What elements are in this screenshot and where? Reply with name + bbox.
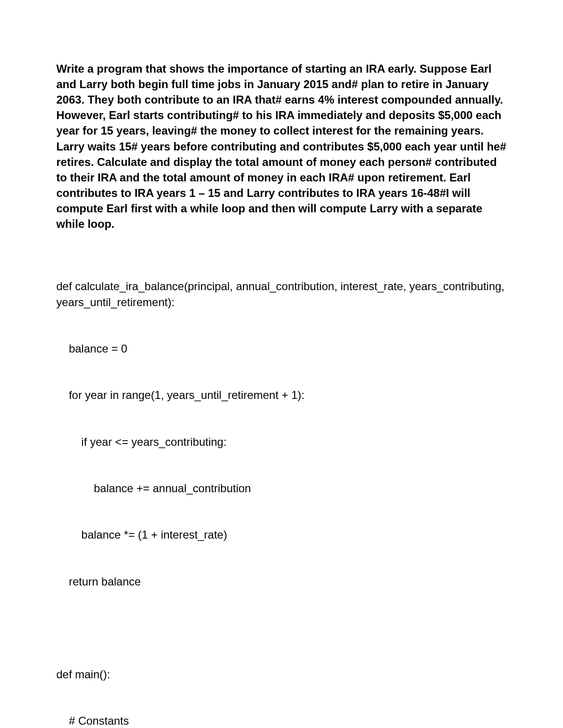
code-line: return balance — [56, 574, 507, 589]
blank-line — [56, 620, 507, 636]
code-line: def main(): — [56, 667, 507, 682]
code-line: balance *= (1 + interest_rate) — [56, 527, 507, 542]
code-line: # Constants — [56, 713, 507, 728]
document-page: Write a program that shows the importanc… — [0, 0, 563, 728]
code-line: balance = 0 — [56, 341, 507, 356]
code-line: balance += annual_contribution — [56, 480, 507, 496]
code-line: for year in range(1, years_until_retirem… — [56, 387, 507, 403]
code-line: def calculate_ira_balance(principal, ann… — [56, 278, 507, 309]
code-block: def calculate_ira_balance(principal, ann… — [56, 248, 507, 728]
code-line: if year <= years_contributing: — [56, 434, 507, 450]
problem-statement: Write a program that shows the importanc… — [56, 61, 507, 232]
